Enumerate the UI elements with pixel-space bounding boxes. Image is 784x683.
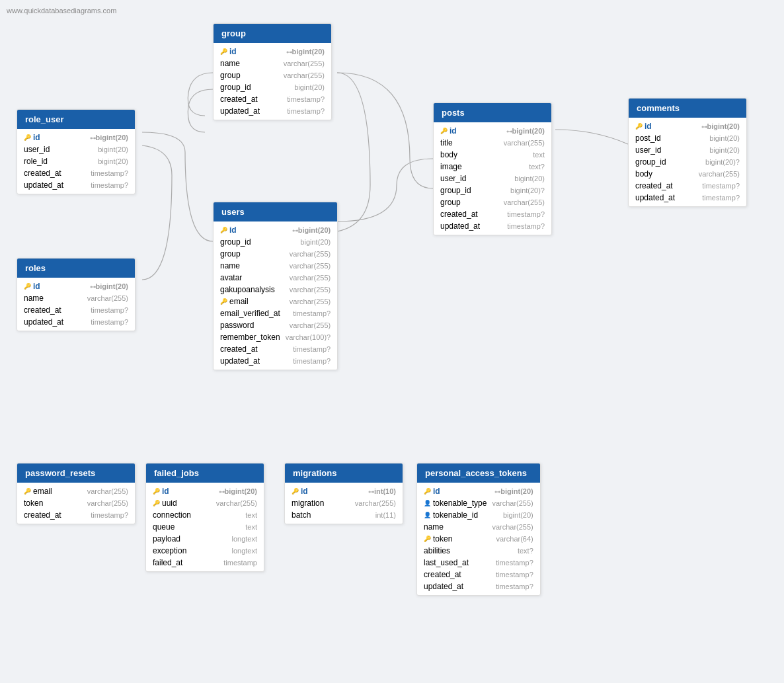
field-personal_access_tokens-last_used_at: last_used_attimestamp? (417, 557, 540, 569)
field-name-comments-user_id: user_id (635, 145, 661, 155)
field-type-users-gakupoanalysis: varchar(255) (290, 286, 331, 294)
field-name-posts-body: body (440, 150, 457, 159)
field-posts-body: bodytext (434, 149, 551, 161)
field-name-users-remember_token: remember_token (220, 333, 280, 342)
field-name-posts-group: group (440, 198, 461, 207)
field-name-posts-user_id: user_id (440, 174, 466, 183)
field-users-name: namevarchar(255) (214, 260, 337, 272)
field-personal_access_tokens-name: namevarchar(255) (417, 521, 540, 533)
field-users-avatar: avatarvarchar(255) (214, 272, 337, 284)
field-posts-group_id: group_idbigint(20)? (434, 184, 551, 196)
pk-icon: 🔑 (440, 128, 448, 134)
field-users-group: groupvarchar(255) (214, 248, 337, 260)
field-name-comments-created_at: created_at (635, 181, 673, 190)
field-name-migrations-batch: batch (292, 510, 311, 520)
field-name-failed_jobs-queue: queue (153, 522, 175, 532)
table-header-posts: posts (434, 103, 551, 122)
field-comments-body: bodyvarchar(255) (629, 168, 746, 180)
field-name-role_user-created_at: created_at (24, 169, 61, 178)
field-name-users-updated_at: updated_at (220, 356, 260, 366)
field-type-comments-user_id: bigint(20) (709, 146, 740, 154)
table-header-role_user: role_user (17, 110, 135, 129)
field-name-personal_access_tokens-name: name (424, 522, 444, 532)
field-failed_jobs-id: 🔑id ⊶bigint(20) (146, 485, 264, 497)
field-name-migrations-id: 🔑id (292, 487, 308, 496)
field-comments-id: 🔑id ⊶bigint(20) (629, 120, 746, 132)
field-type-users-email_verified_at: timestamp? (293, 309, 331, 317)
field-posts-image: imagetext? (434, 161, 551, 173)
field-name-users-group_id: group_id (220, 237, 251, 247)
field-type-users-group: varchar(255) (290, 250, 331, 258)
fk-arrow-icon: ⊶ (701, 124, 707, 130)
field-name-roles-created_at: created_at (24, 305, 61, 315)
table-header-password_resets: password_resets (17, 463, 135, 483)
field-name-password_resets-email: 🔑email (24, 487, 52, 496)
fk-arrow-icon: ⊶ (90, 135, 96, 141)
field-users-email_verified_at: email_verified_attimestamp? (214, 307, 337, 319)
field-users-email: 🔑emailvarchar(255) (214, 296, 337, 307)
field-name-role_user-updated_at: updated_at (24, 181, 63, 190)
field-name-migrations-migration: migration (292, 499, 324, 508)
field-name-comments-post_id: post_id (635, 134, 661, 143)
field-group-group_id: group_idbigint(20) (214, 81, 331, 93)
pk-icon: 🔑 (153, 488, 160, 495)
field-comments-updated_at: updated_attimestamp? (629, 192, 746, 204)
field-type-group-group: varchar(255) (284, 71, 325, 79)
fk-arrow-icon: ⊶ (494, 489, 500, 495)
field-type-role_user-user_id: bigint(20) (98, 145, 128, 153)
field-name-personal_access_tokens-last_used_at: last_used_at (424, 558, 469, 567)
field-name-comments-body: body (635, 169, 652, 179)
field-type-posts-image: text? (529, 163, 545, 171)
field-name-failed_jobs-payload: payload (153, 534, 180, 543)
watermark: www.quickdatabasediagrams.com (7, 7, 116, 15)
field-personal_access_tokens-created_at: created_attimestamp? (417, 569, 540, 581)
field-type-migrations-migration: varchar(255) (355, 499, 396, 507)
morphs-icon: 👤 (424, 512, 431, 518)
field-type-failed_jobs-id: ⊶bigint(20) (219, 487, 258, 495)
fk-arrow-icon: ⊶ (90, 284, 96, 290)
field-name-roles-updated_at: updated_at (24, 317, 63, 327)
field-name-posts-id: 🔑id (440, 126, 457, 136)
field-type-comments-post_id: bigint(20) (709, 134, 740, 142)
field-name-personal_access_tokens-abilities: abilities (424, 546, 450, 555)
field-name-personal_access_tokens-tokenable_type: 👤tokenable_type (424, 499, 487, 508)
field-type-users-id: ⊶bigint(20) (292, 226, 331, 234)
field-name-posts-updated_at: updated_at (440, 221, 480, 231)
pk-icon: 🔑 (424, 488, 431, 495)
field-name-password_resets-created_at: created_at (24, 510, 61, 520)
field-type-migrations-id: ⊶int(10) (368, 487, 396, 495)
field-type-comments-updated_at: timestamp? (702, 194, 740, 202)
field-type-personal_access_tokens-created_at: timestamp? (496, 571, 533, 579)
pk-icon: 🔑 (292, 488, 299, 495)
field-type-roles-name: varchar(255) (87, 294, 128, 302)
field-name-group-id: 🔑id (220, 47, 237, 56)
field-group-group: groupvarchar(255) (214, 69, 331, 81)
table-header-personal_access_tokens: personal_access_tokens (417, 463, 540, 483)
field-type-users-created_at: timestamp? (293, 345, 331, 353)
field-users-remember_token: remember_tokenvarchar(100)? (214, 331, 337, 343)
field-role_user-user_id: user_idbigint(20) (17, 143, 135, 155)
field-role_user-role_id: role_idbigint(20) (17, 155, 135, 167)
field-type-comments-body: varchar(255) (699, 170, 740, 178)
field-type-personal_access_tokens-last_used_at: timestamp? (496, 559, 533, 567)
field-name-role_user-user_id: user_id (24, 145, 50, 154)
field-name-comments-group_id: group_id (635, 157, 666, 167)
field-name-failed_jobs-exception: exception (153, 546, 186, 555)
field-password_resets-email: 🔑emailvarchar(255) (17, 485, 135, 497)
unique-icon: 🔑 (153, 500, 160, 506)
field-posts-created_at: created_attimestamp? (434, 208, 551, 220)
field-name-comments-updated_at: updated_at (635, 193, 675, 202)
pk-icon: 🔑 (24, 283, 31, 290)
field-roles-id: 🔑id ⊶bigint(20) (17, 280, 135, 292)
field-name-group-updated_at: updated_at (220, 106, 260, 116)
pk-icon: 🔑 (220, 48, 227, 55)
table-header-roles: roles (17, 259, 135, 278)
field-personal_access_tokens-id: 🔑id ⊶bigint(20) (417, 485, 540, 497)
field-type-migrations-batch: int(11) (375, 511, 396, 519)
field-type-password_resets-email: varchar(255) (87, 487, 128, 495)
field-type-posts-id: ⊶bigint(20) (506, 127, 545, 135)
field-type-posts-title: varchar(255) (504, 139, 545, 147)
field-type-comments-created_at: timestamp? (702, 182, 740, 190)
field-users-id: 🔑id ⊶bigint(20) (214, 224, 337, 236)
field-name-users-id: 🔑id (220, 225, 237, 235)
